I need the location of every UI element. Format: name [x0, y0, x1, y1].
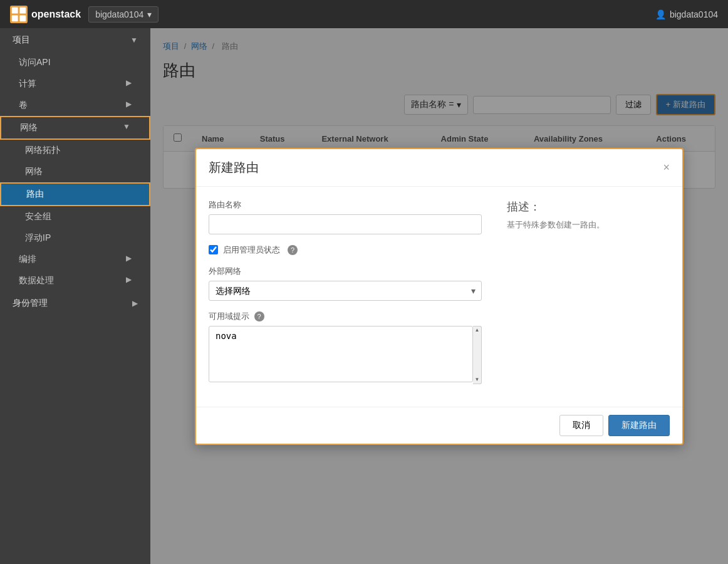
sidebar-item-compute[interactable]: 计算 ▶ — [0, 73, 150, 95]
chevron-icon-network: ▼ — [123, 122, 130, 133]
admin-state-label: 启用管理员状态 — [223, 244, 280, 256]
sidebar-label-volumes: 卷 — [19, 100, 28, 111]
availability-zones-label: 可用域提示 ? — [209, 311, 482, 322]
form-group-admin-state: 启用管理员状态 ? — [209, 244, 482, 256]
sidebar-item-data-processing[interactable]: 数据处理 ▶ — [0, 270, 150, 291]
form-group-external-network: 外部网络 选择网络 ▾ — [209, 266, 482, 301]
sidebar-label-orchestration: 编排 — [19, 254, 36, 265]
sidebar-item-identity[interactable]: 身份管理 ▶ — [0, 291, 150, 315]
admin-state-help-icon[interactable]: ? — [288, 245, 298, 255]
logo-area: openstack bigdata0104 ▾ — [10, 6, 159, 23]
chevron-icon: ▼ — [130, 36, 138, 44]
sidebar-item-networks[interactable]: 网络 — [0, 161, 150, 182]
sidebar-item-api-access[interactable]: 访问API — [0, 52, 150, 73]
modal-header: 新建路由 × — [196, 149, 682, 187]
modal-form: 路由名称 启用管理员状态 ? 外部网络 — [209, 199, 482, 394]
scroll-up-icon[interactable]: ▲ — [475, 328, 480, 333]
sidebar: 项目 ▼ 访问API 计算 ▶ 卷 ▶ 网络 ▼ 网络拓扑 网络 路由 安全组 — [0, 28, 150, 564]
sidebar-label-security-groups: 安全组 — [25, 211, 51, 221]
modal-body: 路由名称 启用管理员状态 ? 外部网络 — [196, 187, 682, 407]
chevron-icon-volumes: ▶ — [126, 100, 132, 111]
modal-overlay: 新建路由 × 路由名称 启用管理员状态 — [150, 28, 728, 564]
content-area: 项目 / 网络 / 路由 路由 路由名称 = ▾ 过滤 + 新建路由 — [150, 28, 728, 564]
textarea-scrollbar: ▲ ▼ — [473, 326, 482, 384]
sidebar-label-routers: 路由 — [26, 189, 44, 199]
sidebar-label-topology: 网络拓扑 — [25, 145, 60, 155]
svg-rect-1 — [12, 7, 18, 13]
admin-state-checkbox[interactable] — [209, 245, 218, 254]
sidebar-item-volumes[interactable]: 卷 ▶ — [0, 95, 150, 116]
create-router-modal: 新建路由 × 路由名称 启用管理员状态 — [195, 148, 684, 445]
sidebar-label-floating-ip: 浮动IP — [25, 232, 51, 243]
chevron-icon-identity: ▶ — [132, 299, 138, 308]
sidebar-item-network[interactable]: 网络 ▼ — [0, 116, 150, 140]
sidebar-label-data-processing: 数据处理 — [19, 275, 54, 286]
sidebar-item-floating-ip[interactable]: 浮动IP — [0, 227, 150, 249]
scroll-down-icon[interactable]: ▼ — [475, 377, 480, 382]
sidebar-item-routers[interactable]: 路由 — [0, 182, 150, 206]
sidebar-label-compute: 计算 — [19, 78, 36, 90]
svg-rect-3 — [12, 15, 18, 21]
az-help-icon[interactable]: ? — [254, 311, 264, 321]
modal-description: 描述： 基于特殊参数创建一路由。 — [507, 199, 670, 394]
sidebar-label-networks: 网络 — [25, 166, 43, 176]
submit-button[interactable]: 新建路由 — [608, 415, 670, 436]
selected-project: bigdata0104 — [95, 9, 143, 19]
sidebar-item-project[interactable]: 项目 ▼ — [0, 28, 150, 52]
modal-close-button[interactable]: × — [663, 162, 670, 173]
modal-desc-text: 基于特殊参数创建一路由。 — [507, 219, 670, 231]
top-header: openstack bigdata0104 ▾ 👤 bigdata0104 — [0, 0, 728, 28]
logo-text: openstack — [31, 9, 81, 20]
main-layout: 项目 ▼ 访问API 计算 ▶ 卷 ▶ 网络 ▼ 网络拓扑 网络 路由 安全组 — [0, 28, 728, 564]
availability-zones-textarea[interactable]: nova — [209, 326, 473, 382]
username: bigdata0104 — [670, 9, 718, 19]
router-name-input[interactable] — [209, 214, 482, 234]
router-name-label: 路由名称 — [209, 199, 482, 211]
modal-footer: 取消 新建路由 — [196, 407, 682, 444]
sidebar-label-api: 访问API — [19, 57, 51, 67]
chevron-icon-data-processing: ▶ — [126, 275, 132, 286]
availability-zones-wrapper: nova ▲ ▼ — [209, 326, 482, 384]
form-group-router-name: 路由名称 — [209, 199, 482, 234]
project-dropdown-icon: ▾ — [147, 9, 152, 19]
sidebar-label-project: 项目 — [13, 34, 30, 46]
user-icon: 👤 — [655, 9, 666, 19]
external-network-select[interactable]: 选择网络 — [209, 281, 482, 301]
external-network-label: 外部网络 — [209, 266, 482, 277]
sidebar-item-security-groups[interactable]: 安全组 — [0, 206, 150, 227]
sidebar-item-orchestration[interactable]: 编排 ▶ — [0, 249, 150, 270]
form-group-availability-zones: 可用域提示 ? nova ▲ ▼ — [209, 311, 482, 384]
openstack-logo[interactable]: openstack — [10, 6, 81, 23]
modal-title: 新建路由 — [209, 159, 259, 176]
az-label-text: 可用域提示 — [209, 311, 249, 321]
svg-rect-4 — [19, 15, 26, 21]
sidebar-label-network: 网络 — [20, 122, 38, 133]
external-network-select-wrapper: 选择网络 ▾ — [209, 281, 482, 301]
chevron-icon-orchestration: ▶ — [126, 254, 132, 265]
chevron-icon-compute: ▶ — [126, 78, 132, 90]
modal-desc-title: 描述： — [507, 199, 670, 214]
svg-rect-2 — [19, 7, 26, 13]
user-area: 👤 bigdata0104 — [655, 9, 718, 19]
sidebar-item-network-topology[interactable]: 网络拓扑 — [0, 140, 150, 161]
project-selector[interactable]: bigdata0104 ▾ — [88, 6, 159, 23]
cancel-button[interactable]: 取消 — [559, 415, 603, 436]
sidebar-label-identity: 身份管理 — [13, 298, 48, 309]
